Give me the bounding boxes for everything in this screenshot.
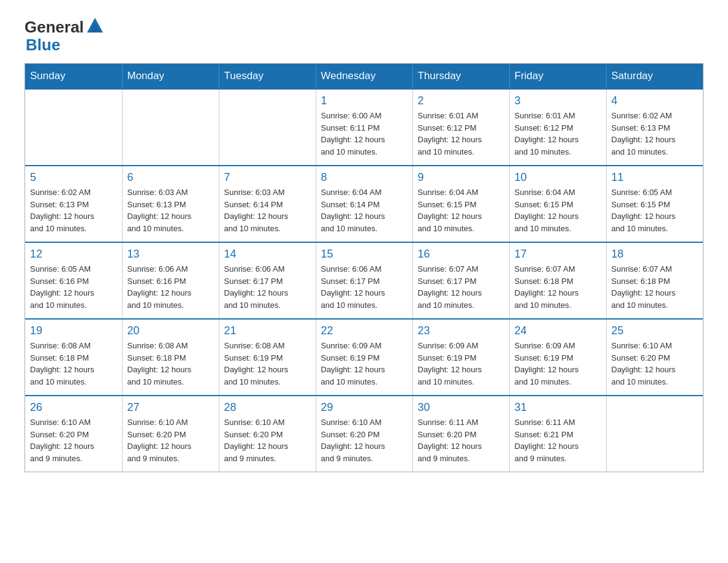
calendar-cell: 17Sunrise: 6:07 AMSunset: 6:18 PMDayligh… <box>509 242 606 319</box>
day-info: Sunrise: 6:05 AMSunset: 6:15 PMDaylight:… <box>612 186 699 234</box>
day-number: 7 <box>224 171 311 184</box>
day-info: Sunrise: 6:10 AMSunset: 6:20 PMDaylight:… <box>321 416 408 464</box>
day-number: 17 <box>515 248 601 261</box>
calendar-header-row: SundayMondayTuesdayWednesdayThursdayFrid… <box>25 64 703 89</box>
day-info: Sunrise: 6:06 AMSunset: 6:17 PMDaylight:… <box>321 263 408 311</box>
calendar-week-1: 1Sunrise: 6:00 AMSunset: 6:11 PMDaylight… <box>25 89 703 166</box>
day-number: 24 <box>515 324 601 337</box>
day-info: Sunrise: 6:08 AMSunset: 6:18 PMDaylight:… <box>127 340 214 388</box>
day-info: Sunrise: 6:10 AMSunset: 6:20 PMDaylight:… <box>612 340 699 388</box>
day-info: Sunrise: 6:09 AMSunset: 6:19 PMDaylight:… <box>515 340 601 388</box>
day-info: Sunrise: 6:01 AMSunset: 6:12 PMDaylight:… <box>418 110 504 158</box>
day-info: Sunrise: 6:06 AMSunset: 6:17 PMDaylight:… <box>224 263 311 311</box>
page-header: General Blue <box>25 18 703 53</box>
day-number: 15 <box>321 248 408 261</box>
calendar-cell: 29Sunrise: 6:10 AMSunset: 6:20 PMDayligh… <box>316 396 412 472</box>
day-info: Sunrise: 6:04 AMSunset: 6:15 PMDaylight:… <box>418 186 504 234</box>
day-number: 16 <box>418 248 504 261</box>
calendar-cell <box>606 396 703 472</box>
day-number: 1 <box>321 94 408 107</box>
calendar: SundayMondayTuesdayWednesdayThursdayFrid… <box>25 63 703 472</box>
day-info: Sunrise: 6:03 AMSunset: 6:13 PMDaylight:… <box>127 186 214 234</box>
day-number: 10 <box>515 171 601 184</box>
calendar-cell: 25Sunrise: 6:10 AMSunset: 6:20 PMDayligh… <box>606 319 703 396</box>
calendar-cell: 8Sunrise: 6:04 AMSunset: 6:14 PMDaylight… <box>316 166 412 242</box>
day-number: 19 <box>30 324 117 337</box>
day-number: 4 <box>612 94 699 107</box>
logo: General Blue <box>25 18 104 53</box>
day-number: 14 <box>224 248 311 261</box>
day-number: 12 <box>30 248 117 261</box>
calendar-body: 1Sunrise: 6:00 AMSunset: 6:11 PMDaylight… <box>25 89 703 472</box>
day-info: Sunrise: 6:07 AMSunset: 6:18 PMDaylight:… <box>612 263 699 311</box>
day-number: 8 <box>321 171 408 184</box>
day-number: 5 <box>30 171 117 184</box>
calendar-cell: 20Sunrise: 6:08 AMSunset: 6:18 PMDayligh… <box>122 319 219 396</box>
calendar-cell: 5Sunrise: 6:02 AMSunset: 6:13 PMDaylight… <box>25 166 122 242</box>
day-info: Sunrise: 6:00 AMSunset: 6:11 PMDaylight:… <box>321 110 408 158</box>
calendar-cell: 11Sunrise: 6:05 AMSunset: 6:15 PMDayligh… <box>606 166 703 242</box>
calendar-cell: 16Sunrise: 6:07 AMSunset: 6:17 PMDayligh… <box>412 242 509 319</box>
calendar-cell: 28Sunrise: 6:10 AMSunset: 6:20 PMDayligh… <box>219 396 316 472</box>
calendar-cell: 24Sunrise: 6:09 AMSunset: 6:19 PMDayligh… <box>509 319 606 396</box>
calendar-cell: 10Sunrise: 6:04 AMSunset: 6:15 PMDayligh… <box>509 166 606 242</box>
day-info: Sunrise: 6:07 AMSunset: 6:17 PMDaylight:… <box>418 263 504 311</box>
day-info: Sunrise: 6:03 AMSunset: 6:14 PMDaylight:… <box>224 186 311 234</box>
day-info: Sunrise: 6:08 AMSunset: 6:19 PMDaylight:… <box>224 340 311 388</box>
day-info: Sunrise: 6:08 AMSunset: 6:18 PMDaylight:… <box>30 340 117 388</box>
weekday-header-wednesday: Wednesday <box>316 64 412 89</box>
day-number: 6 <box>127 171 214 184</box>
calendar-week-3: 12Sunrise: 6:05 AMSunset: 6:16 PMDayligh… <box>25 242 703 319</box>
calendar-cell: 14Sunrise: 6:06 AMSunset: 6:17 PMDayligh… <box>219 242 316 319</box>
weekday-header-sunday: Sunday <box>25 64 122 89</box>
day-number: 27 <box>127 401 214 414</box>
calendar-cell: 31Sunrise: 6:11 AMSunset: 6:21 PMDayligh… <box>509 396 606 472</box>
day-info: Sunrise: 6:02 AMSunset: 6:13 PMDaylight:… <box>30 186 117 234</box>
day-info: Sunrise: 6:11 AMSunset: 6:21 PMDaylight:… <box>515 416 601 464</box>
calendar-cell <box>219 89 316 166</box>
day-number: 18 <box>612 248 699 261</box>
calendar-cell: 3Sunrise: 6:01 AMSunset: 6:12 PMDaylight… <box>509 89 606 166</box>
calendar-cell: 15Sunrise: 6:06 AMSunset: 6:17 PMDayligh… <box>316 242 412 319</box>
calendar-cell <box>122 89 219 166</box>
day-info: Sunrise: 6:05 AMSunset: 6:16 PMDaylight:… <box>30 263 117 311</box>
day-info: Sunrise: 6:07 AMSunset: 6:18 PMDaylight:… <box>515 263 601 311</box>
logo-text-general: General <box>25 18 84 36</box>
day-number: 31 <box>515 401 601 414</box>
weekday-header-tuesday: Tuesday <box>219 64 316 89</box>
calendar-cell: 4Sunrise: 6:02 AMSunset: 6:13 PMDaylight… <box>606 89 703 166</box>
day-info: Sunrise: 6:04 AMSunset: 6:15 PMDaylight:… <box>515 186 601 234</box>
day-info: Sunrise: 6:09 AMSunset: 6:19 PMDaylight:… <box>418 340 504 388</box>
calendar-cell: 1Sunrise: 6:00 AMSunset: 6:11 PMDaylight… <box>316 89 412 166</box>
weekday-header-saturday: Saturday <box>606 64 703 89</box>
calendar-cell: 21Sunrise: 6:08 AMSunset: 6:19 PMDayligh… <box>219 319 316 396</box>
logo-icon <box>86 17 104 35</box>
weekday-header-monday: Monday <box>122 64 219 89</box>
calendar-cell: 7Sunrise: 6:03 AMSunset: 6:14 PMDaylight… <box>219 166 316 242</box>
day-info: Sunrise: 6:10 AMSunset: 6:20 PMDaylight:… <box>127 416 214 464</box>
day-number: 2 <box>418 94 504 107</box>
day-number: 23 <box>418 324 504 337</box>
day-number: 26 <box>30 401 117 414</box>
calendar-cell: 30Sunrise: 6:11 AMSunset: 6:20 PMDayligh… <box>412 396 509 472</box>
calendar-table: SundayMondayTuesdayWednesdayThursdayFrid… <box>25 64 703 472</box>
day-info: Sunrise: 6:10 AMSunset: 6:20 PMDaylight:… <box>30 416 117 464</box>
calendar-cell: 18Sunrise: 6:07 AMSunset: 6:18 PMDayligh… <box>606 242 703 319</box>
weekday-header-friday: Friday <box>509 64 606 89</box>
calendar-week-5: 26Sunrise: 6:10 AMSunset: 6:20 PMDayligh… <box>25 396 703 472</box>
day-info: Sunrise: 6:01 AMSunset: 6:12 PMDaylight:… <box>515 110 601 158</box>
calendar-cell: 27Sunrise: 6:10 AMSunset: 6:20 PMDayligh… <box>122 396 219 472</box>
day-info: Sunrise: 6:11 AMSunset: 6:20 PMDaylight:… <box>418 416 504 464</box>
calendar-cell: 23Sunrise: 6:09 AMSunset: 6:19 PMDayligh… <box>412 319 509 396</box>
calendar-cell: 9Sunrise: 6:04 AMSunset: 6:15 PMDaylight… <box>412 166 509 242</box>
day-number: 13 <box>127 248 214 261</box>
calendar-cell: 19Sunrise: 6:08 AMSunset: 6:18 PMDayligh… <box>25 319 122 396</box>
calendar-week-4: 19Sunrise: 6:08 AMSunset: 6:18 PMDayligh… <box>25 319 703 396</box>
calendar-cell: 6Sunrise: 6:03 AMSunset: 6:13 PMDaylight… <box>122 166 219 242</box>
weekday-header-thursday: Thursday <box>412 64 509 89</box>
calendar-cell: 26Sunrise: 6:10 AMSunset: 6:20 PMDayligh… <box>25 396 122 472</box>
day-number: 25 <box>612 324 699 337</box>
day-info: Sunrise: 6:02 AMSunset: 6:13 PMDaylight:… <box>612 110 699 158</box>
day-number: 11 <box>612 171 699 184</box>
day-number: 21 <box>224 324 311 337</box>
